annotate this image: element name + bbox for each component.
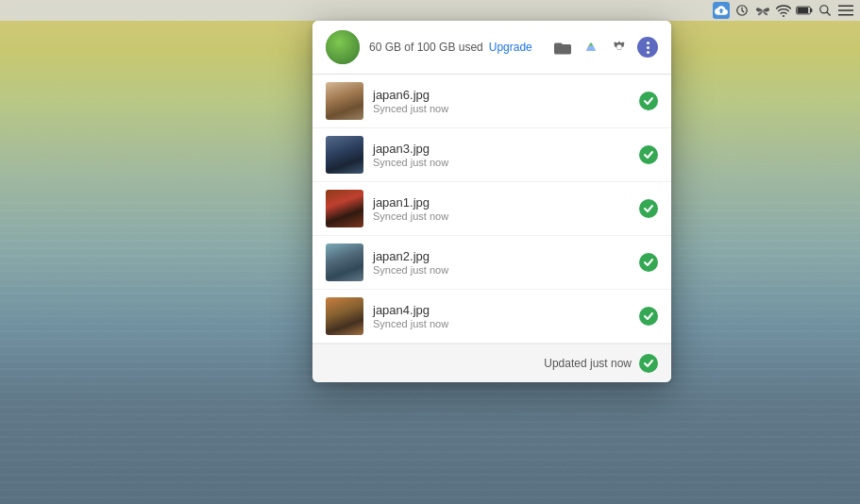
sync-status-icon [639, 307, 658, 326]
sync-status-icon [639, 253, 658, 272]
dot [647, 42, 649, 44]
file-status: Synced just now [373, 103, 630, 114]
menu-lines-icon[interactable] [837, 2, 854, 19]
file-name: japan1.jpg [373, 195, 630, 210]
google-drive-popup: 60 GB of 100 GB used Upgrade [312, 21, 671, 382]
file-name: japan6.jpg [373, 88, 630, 102]
storage-info: 60 GB of 100 GB used Upgrade [369, 41, 543, 54]
battery-icon [796, 2, 813, 19]
file-name: japan3.jpg [373, 142, 630, 156]
folder-icon[interactable] [552, 37, 573, 58]
file-thumbnail [326, 297, 363, 335]
file-item[interactable]: japan2.jpg Synced just now [312, 236, 671, 290]
drive-icon[interactable] [581, 37, 601, 58]
file-status: Synced just now [373, 157, 630, 168]
menubar [0, 0, 860, 21]
popup-header: 60 GB of 100 GB used Upgrade [312, 21, 671, 75]
file-item[interactable]: japan1.jpg Synced just now [312, 182, 671, 236]
settings-icon[interactable] [609, 37, 630, 58]
svg-rect-4 [798, 8, 809, 13]
user-avatar [326, 30, 360, 64]
popup-footer: Updated just now [312, 344, 671, 382]
clock-icon[interactable] [734, 2, 750, 19]
sync-status-icon [639, 145, 658, 164]
file-thumbnail [326, 244, 363, 281]
header-icons [552, 37, 658, 58]
sync-status-icon [639, 92, 658, 110]
sync-status-icon [639, 199, 658, 218]
file-status: Synced just now [373, 318, 630, 329]
cloud-upload-icon[interactable] [713, 2, 730, 19]
svg-rect-3 [810, 8, 812, 12]
file-thumbnail [326, 136, 363, 174]
file-name: japan2.jpg [373, 249, 630, 263]
search-icon[interactable] [817, 2, 834, 19]
dot [647, 51, 649, 54]
svg-point-1 [783, 15, 784, 17]
updated-text: Updated just now [544, 357, 632, 370]
file-info: japan4.jpg Synced just now [373, 303, 630, 329]
file-info: japan2.jpg Synced just now [373, 249, 630, 276]
file-status: Synced just now [373, 264, 630, 276]
upgrade-link[interactable]: Upgrade [489, 41, 532, 54]
file-thumbnail [326, 82, 363, 120]
file-item[interactable]: japan4.jpg Synced just now [312, 290, 671, 344]
file-info: japan3.jpg Synced just now [373, 142, 630, 168]
file-name: japan4.jpg [373, 303, 630, 317]
file-info: japan6.jpg Synced just now [373, 88, 630, 114]
butterfly-icon[interactable] [754, 2, 771, 19]
file-info: japan1.jpg Synced just now [373, 195, 630, 222]
updated-status-icon [639, 354, 658, 373]
file-status: Synced just now [373, 210, 630, 222]
wifi-icon[interactable] [775, 2, 792, 19]
storage-used-text: 60 GB of 100 GB used [369, 41, 483, 54]
dot [647, 46, 649, 49]
file-item[interactable]: japan3.jpg Synced just now [312, 128, 671, 182]
file-list: japan6.jpg Synced just now japan3.jpg Sy… [312, 75, 671, 344]
more-options-button[interactable] [637, 37, 658, 58]
file-item[interactable]: japan6.jpg Synced just now [312, 75, 671, 128]
file-thumbnail [326, 190, 363, 227]
